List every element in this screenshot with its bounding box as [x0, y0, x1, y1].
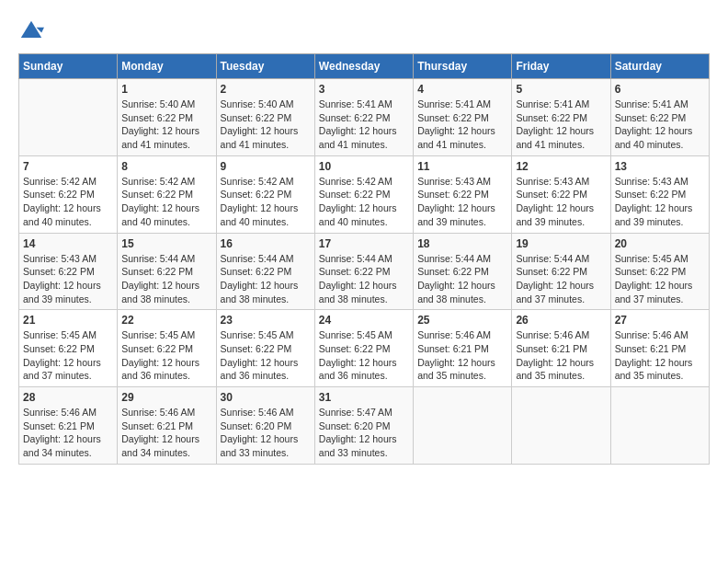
day-number: 25 [417, 314, 507, 327]
day-number: 7 [23, 160, 113, 173]
day-cell [512, 387, 610, 465]
day-number: 23 [221, 314, 311, 327]
day-number: 29 [121, 391, 211, 404]
day-number: 26 [516, 314, 606, 327]
day-number: 11 [417, 160, 507, 173]
day-info: Sunrise: 5:45 AM Sunset: 6:22 PM Dayligh… [221, 328, 311, 383]
day-number: 19 [516, 237, 606, 250]
day-number: 31 [319, 391, 409, 404]
header-row: SundayMondayTuesdayWednesdayThursdayFrid… [19, 54, 710, 79]
day-cell: 13Sunrise: 5:43 AM Sunset: 6:22 PM Dayli… [610, 155, 709, 233]
day-number: 6 [615, 83, 705, 96]
day-number: 15 [121, 237, 211, 250]
week-row-5: 28Sunrise: 5:46 AM Sunset: 6:21 PM Dayli… [19, 387, 710, 465]
day-info: Sunrise: 5:46 AM Sunset: 6:21 PM Dayligh… [121, 406, 211, 460]
day-cell: 10Sunrise: 5:42 AM Sunset: 6:22 PM Dayli… [314, 155, 413, 233]
day-info: Sunrise: 5:45 AM Sunset: 6:22 PM Dayligh… [319, 328, 409, 383]
day-number: 3 [319, 83, 409, 96]
day-cell: 30Sunrise: 5:46 AM Sunset: 6:20 PM Dayli… [216, 387, 314, 465]
calendar-header: SundayMondayTuesdayWednesdayThursdayFrid… [19, 54, 710, 79]
day-info: Sunrise: 5:43 AM Sunset: 6:22 PM Dayligh… [23, 252, 113, 306]
day-cell [610, 387, 709, 465]
day-number: 5 [516, 83, 606, 96]
day-cell: 9Sunrise: 5:42 AM Sunset: 6:22 PM Daylig… [216, 155, 314, 233]
day-number: 27 [615, 314, 705, 327]
day-number: 18 [417, 237, 507, 250]
header-cell-wednesday: Wednesday [314, 54, 413, 79]
header-cell-monday: Monday [118, 54, 216, 79]
day-cell: 29Sunrise: 5:46 AM Sunset: 6:21 PM Dayli… [118, 387, 216, 465]
day-info: Sunrise: 5:42 AM Sunset: 6:22 PM Dayligh… [121, 175, 211, 229]
day-info: Sunrise: 5:46 AM Sunset: 6:21 PM Dayligh… [516, 328, 606, 383]
day-info: Sunrise: 5:46 AM Sunset: 6:21 PM Dayligh… [417, 328, 507, 383]
day-info: Sunrise: 5:45 AM Sunset: 6:22 PM Dayligh… [615, 252, 705, 306]
day-info: Sunrise: 5:42 AM Sunset: 6:22 PM Dayligh… [319, 175, 409, 229]
day-info: Sunrise: 5:40 AM Sunset: 6:22 PM Dayligh… [221, 98, 311, 152]
logo [18, 18, 48, 44]
header-cell-tuesday: Tuesday [216, 54, 314, 79]
day-number: 28 [23, 391, 113, 404]
day-cell: 7Sunrise: 5:42 AM Sunset: 6:22 PM Daylig… [19, 155, 118, 233]
day-info: Sunrise: 5:45 AM Sunset: 6:22 PM Dayligh… [121, 328, 211, 383]
day-number: 12 [516, 160, 606, 173]
day-number: 10 [319, 160, 409, 173]
day-cell [414, 387, 512, 465]
week-row-4: 21Sunrise: 5:45 AM Sunset: 6:22 PM Dayli… [19, 310, 710, 387]
day-info: Sunrise: 5:43 AM Sunset: 6:22 PM Dayligh… [615, 175, 705, 229]
day-cell: 22Sunrise: 5:45 AM Sunset: 6:22 PM Dayli… [118, 310, 216, 387]
day-info: Sunrise: 5:44 AM Sunset: 6:22 PM Dayligh… [516, 252, 606, 306]
day-cell: 21Sunrise: 5:45 AM Sunset: 6:22 PM Dayli… [19, 310, 118, 387]
calendar-body: 1Sunrise: 5:40 AM Sunset: 6:22 PM Daylig… [19, 79, 710, 465]
header-cell-thursday: Thursday [414, 54, 512, 79]
day-cell: 28Sunrise: 5:46 AM Sunset: 6:21 PM Dayli… [19, 387, 118, 465]
day-cell: 11Sunrise: 5:43 AM Sunset: 6:22 PM Dayli… [414, 155, 512, 233]
day-info: Sunrise: 5:47 AM Sunset: 6:20 PM Dayligh… [319, 406, 409, 460]
day-cell: 6Sunrise: 5:41 AM Sunset: 6:22 PM Daylig… [610, 79, 709, 156]
day-cell: 14Sunrise: 5:43 AM Sunset: 6:22 PM Dayli… [19, 233, 118, 310]
day-cell: 8Sunrise: 5:42 AM Sunset: 6:22 PM Daylig… [118, 155, 216, 233]
day-info: Sunrise: 5:40 AM Sunset: 6:22 PM Dayligh… [121, 98, 211, 152]
day-cell: 20Sunrise: 5:45 AM Sunset: 6:22 PM Dayli… [610, 233, 709, 310]
header-cell-saturday: Saturday [610, 54, 709, 79]
week-row-3: 14Sunrise: 5:43 AM Sunset: 6:22 PM Dayli… [19, 233, 710, 310]
day-cell: 1Sunrise: 5:40 AM Sunset: 6:22 PM Daylig… [118, 79, 216, 156]
day-info: Sunrise: 5:43 AM Sunset: 6:22 PM Dayligh… [516, 175, 606, 229]
day-info: Sunrise: 5:41 AM Sunset: 6:22 PM Dayligh… [319, 98, 409, 152]
day-info: Sunrise: 5:46 AM Sunset: 6:20 PM Dayligh… [221, 406, 311, 460]
page-header [18, 18, 710, 44]
day-number: 4 [417, 83, 507, 96]
day-cell: 24Sunrise: 5:45 AM Sunset: 6:22 PM Dayli… [314, 310, 413, 387]
day-number: 9 [221, 160, 311, 173]
day-cell: 5Sunrise: 5:41 AM Sunset: 6:22 PM Daylig… [512, 79, 610, 156]
day-number: 1 [121, 83, 211, 96]
week-row-1: 1Sunrise: 5:40 AM Sunset: 6:22 PM Daylig… [19, 79, 710, 156]
day-cell: 16Sunrise: 5:44 AM Sunset: 6:22 PM Dayli… [216, 233, 314, 310]
day-cell: 12Sunrise: 5:43 AM Sunset: 6:22 PM Dayli… [512, 155, 610, 233]
day-number: 24 [319, 314, 409, 327]
day-number: 13 [615, 160, 705, 173]
day-info: Sunrise: 5:45 AM Sunset: 6:22 PM Dayligh… [23, 328, 113, 383]
logo-icon [18, 18, 44, 44]
header-cell-sunday: Sunday [19, 54, 118, 79]
day-number: 20 [615, 237, 705, 250]
day-info: Sunrise: 5:46 AM Sunset: 6:21 PM Dayligh… [615, 328, 705, 383]
day-cell: 27Sunrise: 5:46 AM Sunset: 6:21 PM Dayli… [610, 310, 709, 387]
day-info: Sunrise: 5:41 AM Sunset: 6:22 PM Dayligh… [516, 98, 606, 152]
day-cell: 23Sunrise: 5:45 AM Sunset: 6:22 PM Dayli… [216, 310, 314, 387]
day-info: Sunrise: 5:46 AM Sunset: 6:21 PM Dayligh… [23, 406, 113, 460]
day-number: 30 [221, 391, 311, 404]
day-cell: 15Sunrise: 5:44 AM Sunset: 6:22 PM Dayli… [118, 233, 216, 310]
calendar-table: SundayMondayTuesdayWednesdayThursdayFrid… [18, 53, 710, 465]
day-number: 14 [23, 237, 113, 250]
day-cell: 25Sunrise: 5:46 AM Sunset: 6:21 PM Dayli… [414, 310, 512, 387]
day-cell: 18Sunrise: 5:44 AM Sunset: 6:22 PM Dayli… [414, 233, 512, 310]
day-cell [19, 79, 118, 156]
day-info: Sunrise: 5:41 AM Sunset: 6:22 PM Dayligh… [417, 98, 507, 152]
week-row-2: 7Sunrise: 5:42 AM Sunset: 6:22 PM Daylig… [19, 155, 710, 233]
day-info: Sunrise: 5:44 AM Sunset: 6:22 PM Dayligh… [121, 252, 211, 306]
day-cell: 4Sunrise: 5:41 AM Sunset: 6:22 PM Daylig… [414, 79, 512, 156]
day-info: Sunrise: 5:44 AM Sunset: 6:22 PM Dayligh… [319, 252, 409, 306]
day-cell: 19Sunrise: 5:44 AM Sunset: 6:22 PM Dayli… [512, 233, 610, 310]
day-number: 22 [121, 314, 211, 327]
day-number: 8 [121, 160, 211, 173]
